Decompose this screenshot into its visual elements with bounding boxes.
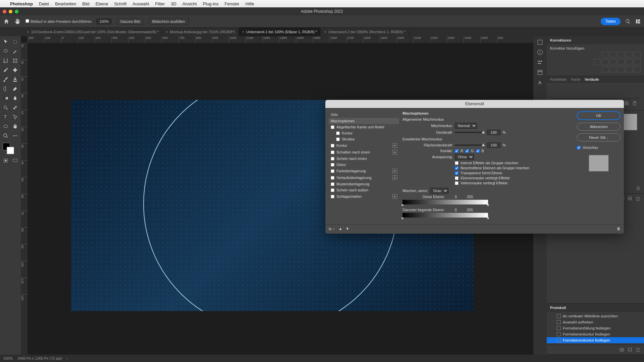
fill-button[interactable]: Bildschirm ausfüllen [149,18,189,25]
c5-checkbox[interactable] [455,181,459,185]
add-effect-icon[interactable]: + [392,143,397,148]
style-checkbox[interactable] [331,163,334,167]
quickmask-tool[interactable] [1,156,10,165]
menu-auswahl[interactable]: Auswahl [132,1,149,6]
menu-plugins[interactable]: Plug-ins [203,1,219,6]
lock-icon[interactable] [636,186,641,191]
menu-bild[interactable]: Bild [82,1,90,6]
doc-tab-2[interactable]: ×Unbenannt-1 bei 100% (Ellipse 1, RGB/8)… [239,27,321,36]
add-effect-icon[interactable]: + [392,175,397,180]
trash-icon[interactable] [635,196,641,201]
trash-icon[interactable] [632,101,637,106]
channel-b-checkbox[interactable] [476,149,480,153]
shape-tool[interactable] [1,122,10,131]
window-maximize-button[interactable] [15,10,18,13]
pen-tool[interactable] [11,103,19,112]
zoom-field[interactable]: 100% [96,18,112,24]
knockout-select[interactable]: Ohne [455,154,474,160]
hand-tool[interactable] [11,122,19,131]
history-item[interactable]: Auswahl aufheben [547,319,644,325]
new-style-button[interactable]: Neuer Stil... [577,133,621,141]
add-effect-icon[interactable]: + [392,169,397,173]
cancel-button[interactable]: Abbrechen [577,123,621,131]
vibrance-icon[interactable] [634,52,641,58]
opacity-slider[interactable] [455,132,485,133]
style-row[interactable]: Struktur [329,136,399,142]
style-checkbox[interactable] [331,195,334,198]
menu-schrift[interactable]: Schrift [114,1,126,6]
style-row[interactable]: Glanz [329,162,399,168]
add-effect-icon[interactable]: + [392,150,397,155]
style-row[interactable]: Kontur+ [329,142,399,149]
search-icon[interactable] [625,19,631,24]
close-icon[interactable]: × [242,30,244,34]
gradient-map-icon[interactable] [626,66,633,72]
chevron-right-icon[interactable]: › [67,356,68,360]
blend-if-this-slider[interactable] [402,200,488,204]
menu-3d[interactable]: 3D [171,1,176,6]
close-icon[interactable]: × [324,30,326,34]
history-item[interactable]: An vertikaler Mittellinie ausrichten [547,313,644,319]
up-icon[interactable]: ▲ [339,227,342,232]
share-button[interactable]: Teilen [601,18,621,25]
frame-tool[interactable] [11,56,19,65]
c3-checkbox[interactable] [455,171,459,175]
menu-ansicht[interactable]: Ansicht [182,1,197,6]
style-row[interactable]: Farbüberlagerung+ [329,168,399,174]
photo-filter-icon[interactable] [618,59,625,65]
preview-checkbox[interactable] [577,146,581,149]
type-icon[interactable]: A [537,79,543,86]
eyedropper-tool[interactable] [1,66,10,74]
trash-icon[interactable] [635,347,641,352]
curves-icon[interactable] [618,52,625,58]
healing-tool[interactable] [11,66,19,74]
lookup-icon[interactable] [634,59,641,65]
type-tool[interactable]: T [1,113,10,121]
channel-r-checkbox[interactable] [455,149,459,153]
properties-icon[interactable] [537,39,543,46]
style-row[interactable]: Musterüberlagerung [329,181,399,187]
background-swatch[interactable] [7,147,14,154]
style-checkbox[interactable] [336,131,340,135]
style-checkbox[interactable] [331,144,334,147]
new-snapshot-icon[interactable] [619,347,625,352]
window-close-button[interactable] [3,10,6,13]
style-row[interactable]: Schein nach innen [329,156,399,162]
history-panel-title[interactable]: Protokoll [547,304,644,312]
c1-checkbox[interactable] [455,161,459,165]
screenmode-tool[interactable] [11,156,19,165]
fillopacity-input[interactable] [487,142,500,148]
move-tool[interactable] [1,38,10,46]
down-icon[interactable]: ▼ [345,227,349,232]
color-swatches[interactable] [1,142,19,156]
style-checkbox[interactable] [331,188,334,192]
menu-fenster[interactable]: Fenster [225,1,239,6]
threshold-icon[interactable] [618,66,625,72]
info-icon[interactable]: i [537,49,543,56]
close-icon[interactable]: × [166,30,168,34]
doc-tab-3[interactable]: ×Unbenannt-2 bei 1850% (Rechteck 1, RGB/… [321,27,409,36]
hue-icon[interactable] [594,59,600,65]
history-item[interactable]: Formebenenkontur festlegen [547,331,644,337]
marquee-tool[interactable] [11,38,19,46]
style-row[interactable]: Verlaufsüberlagerung+ [329,174,399,181]
c4-checkbox[interactable] [455,176,459,180]
adjustments-panel-title[interactable]: Korrekturen [547,36,644,44]
c2-checkbox[interactable] [455,166,459,170]
brush-tool[interactable] [1,75,10,84]
fit-button[interactable]: Ganzes Bild [116,18,144,25]
window-minimize-button[interactable] [9,10,12,13]
style-row[interactable]: Schatten nach innen+ [329,149,399,156]
ok-button[interactable]: OK [577,111,621,120]
wand-tool[interactable] [11,47,19,56]
libraries-icon[interactable] [537,69,543,76]
style-checkbox[interactable] [331,150,334,154]
blur-tool[interactable] [11,94,19,103]
style-row[interactable]: Schlagschatten+ [329,193,399,200]
blendmode-select[interactable]: Normal [455,123,477,129]
style-checkbox[interactable] [331,182,334,186]
app-name[interactable]: Photoshop [10,1,33,6]
trash-icon[interactable]: 🗑 [617,227,621,232]
stamp-tool[interactable] [11,75,19,84]
style-checkbox[interactable] [331,157,334,161]
